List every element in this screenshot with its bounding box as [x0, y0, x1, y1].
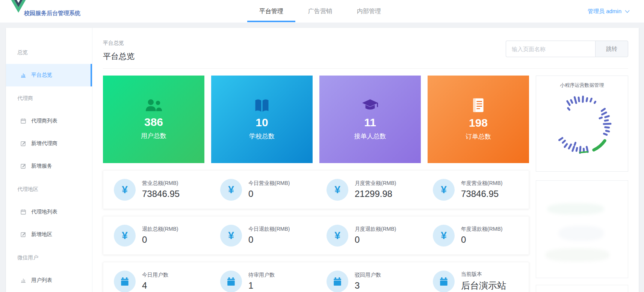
- page-header: 平台总览 平台总览 跳转: [103, 40, 628, 69]
- sidebar-item-user-list[interactable]: 用户列表: [6, 269, 92, 292]
- bar-chart-icon: [20, 72, 26, 78]
- yen-icon: ¥: [433, 179, 455, 201]
- stat-cards: 386 用户总数 10 学校总数: [103, 76, 529, 163]
- search-input[interactable]: [506, 41, 595, 57]
- user-metrics-row: 今日用户数 4 待审用户数 1: [103, 262, 529, 292]
- main-content: 平台总览 平台总览 跳转 386 用户总数: [92, 28, 639, 292]
- bottom-stub-panel: [536, 285, 628, 292]
- sidebar-item-region-list[interactable]: 代理地列表: [6, 201, 92, 223]
- sidebar-item-agent-list[interactable]: 代理商列表: [6, 110, 92, 132]
- tab-platform-management[interactable]: 平台管理: [247, 0, 296, 23]
- yen-icon: ¥: [220, 179, 242, 201]
- metric-current-version: 当前版本 后台演示站: [422, 271, 529, 292]
- metric-today-revenue: ¥ 今日营业额(RMB) 0: [210, 179, 316, 201]
- stat-value: 11: [364, 116, 376, 129]
- sidebar-item-add-service[interactable]: 新增服务: [6, 155, 92, 177]
- list-icon: [20, 209, 26, 215]
- graduation-cap-icon: [361, 98, 379, 112]
- content-wrapper: 总览 平台总览 代理商 代理商列表 新增代理商 新增服务 代理地: [6, 28, 639, 292]
- top-header: 校园服务后台管理系统 平台管理 广告营销 内部管理 管理员 admin: [0, 0, 644, 23]
- page-search-group: 跳转: [506, 41, 628, 57]
- sidebar-item-add-region[interactable]: 新增地区: [6, 223, 92, 246]
- refund-metrics-row: ¥ 退款总额(RMB) 0 ¥ 今日退款额(RMB) 0 ¥ 月度退款额(RMB…: [103, 216, 529, 255]
- metric-total-revenue: ¥ 营业总额(RMB) 73846.95: [103, 179, 210, 201]
- right-column: 小程序运营数据管理: [536, 76, 628, 292]
- stat-value: 386: [144, 116, 163, 129]
- sidebar-group-overview: 总览: [6, 41, 92, 64]
- metric-monthly-refund: ¥ 月度退款额(RMB) 0: [316, 225, 422, 247]
- chevron-down-icon: [625, 10, 630, 13]
- calendar-icon: [114, 271, 136, 292]
- stat-label: 用户总数: [141, 132, 166, 140]
- list-icon: [20, 118, 26, 124]
- miniprogram-qr-panel: 小程序运营数据管理: [536, 76, 628, 172]
- metric-yearly-refund: ¥ 年度退款额(RMB) 0: [422, 225, 529, 247]
- metric-total-refund: ¥ 退款总额(RMB) 0: [103, 225, 210, 247]
- edit-icon: [20, 163, 26, 169]
- users-icon: [145, 99, 162, 112]
- metric-today-users: 今日用户数 4: [103, 271, 210, 292]
- stat-label: 学校总数: [249, 132, 275, 141]
- top-nav-tabs: 平台管理 广告营销 内部管理: [247, 0, 393, 23]
- user-label: 管理员 admin: [588, 8, 621, 15]
- metric-yearly-revenue: ¥ 年度营业额(RMB) 73846.95: [422, 179, 529, 201]
- stat-value: 10: [255, 116, 268, 129]
- sidebar-item-add-agent[interactable]: 新增代理商: [6, 132, 92, 155]
- stat-label: 订单总数: [466, 132, 491, 141]
- user-dropdown[interactable]: 管理员 admin: [588, 0, 630, 23]
- yen-icon: ¥: [114, 179, 136, 201]
- sidebar-group-agent-regions: 代理地区: [6, 177, 92, 201]
- edit-icon: [20, 231, 26, 238]
- metric-today-refund: ¥ 今日退款额(RMB) 0: [210, 225, 316, 247]
- sidebar-group-wechat-users: 微信用户: [6, 246, 92, 269]
- tab-ad-marketing[interactable]: 广告营销: [296, 0, 345, 23]
- document-icon: [472, 98, 485, 113]
- sidebar-item-platform-overview[interactable]: 平台总览: [6, 64, 92, 86]
- left-column: 386 用户总数 10 学校总数: [103, 76, 529, 292]
- tab-internal-management[interactable]: 内部管理: [345, 0, 393, 23]
- app-title: 校园服务后台管理系统: [24, 10, 80, 17]
- miniprogram-qr-code: [543, 89, 621, 162]
- metric-pending-users: 待审用户数 1: [210, 271, 316, 292]
- faded-image-panel: [536, 180, 628, 278]
- yen-icon: ¥: [327, 225, 348, 247]
- metric-monthly-revenue: ¥ 月度营业额(RMB) 21299.98: [316, 179, 422, 201]
- book-icon: [254, 98, 270, 112]
- yen-icon: ¥: [433, 225, 455, 247]
- stat-value: 198: [469, 116, 488, 129]
- revenue-metrics-row: ¥ 营业总额(RMB) 73846.95 ¥ 今日营业额(RMB) 0 ¥ 月度…: [103, 170, 529, 209]
- yen-icon: ¥: [114, 225, 136, 247]
- qr-panel-title: 小程序运营数据管理: [536, 82, 628, 89]
- content-row: 386 用户总数 10 学校总数: [103, 76, 628, 292]
- stat-label: 接单人总数: [354, 132, 386, 141]
- calendar-icon: [433, 271, 455, 292]
- calendar-icon: [327, 271, 348, 292]
- stat-card-total-schools: 10 学校总数: [211, 76, 313, 163]
- calendar-icon: [220, 271, 242, 292]
- edit-icon: [20, 141, 26, 147]
- jump-button[interactable]: 跳转: [595, 41, 628, 57]
- yen-icon: ¥: [220, 225, 242, 247]
- yen-icon: ¥: [327, 179, 348, 201]
- metric-rejected-users: 驳回用户数 3: [316, 271, 422, 292]
- stat-card-total-takers: 11 接单人总数: [319, 76, 421, 163]
- stat-card-total-orders: 198 订单总数: [428, 76, 529, 163]
- sidebar-group-agents: 代理商: [6, 86, 92, 110]
- sidebar: 总览 平台总览 代理商 代理商列表 新增代理商 新增服务 代理地: [6, 28, 92, 292]
- bar-chart-icon: [20, 277, 26, 283]
- stat-card-total-users: 386 用户总数: [103, 76, 204, 163]
